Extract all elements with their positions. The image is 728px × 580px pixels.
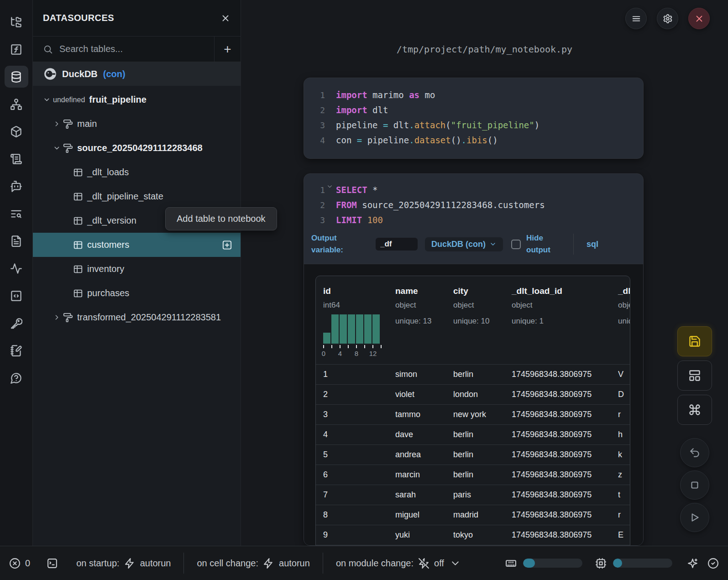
column-header-id[interactable]: idint6404812 [316,286,395,358]
column-header-_dlt_load_id[interactable]: _dlt_load_idobjectunique: 1 [512,286,618,358]
table-cell: paris [453,490,512,500]
on-startup-toggle[interactable]: on startup: autorun [76,558,171,569]
terminal-button[interactable] [47,558,58,569]
column-header-_dlt_id[interactable]: _dlt_idobjectunique: 13 [618,286,630,358]
stop-button[interactable] [680,470,709,500]
tree-item-label: main [77,119,97,129]
sql-cell: 1SELECT *2FROM source_202504291112283468… [304,173,644,546]
tree-item-purchases[interactable]: purchases [33,281,241,305]
rail-button-folder-tree[interactable] [5,11,28,33]
undo-icon [689,447,701,459]
fold-chevron-icon[interactable] [327,183,333,189]
tree-item-source_202504291112283468[interactable]: source_202504291112283468 [33,136,241,160]
line-number: 3 [310,213,325,228]
statusbar-divider [323,553,323,574]
layout-button[interactable] [677,361,712,391]
tree-item-_dlt_loads[interactable]: _dlt_loads [33,160,241,184]
language-badge[interactable]: sql [587,240,598,249]
zap-icon [263,558,274,569]
memory-gauge-fill [523,559,535,568]
column-header-city[interactable]: cityobjectunique: 10 [453,286,512,358]
line-number: 3 [310,118,325,133]
table-cell: 1745968348.3806975 [512,450,618,460]
rail-button-scroll-text[interactable] [5,148,28,170]
tree-item-inventory[interactable]: inventory [33,257,241,281]
undo-button[interactable] [680,438,709,467]
table-cell: k [618,450,630,460]
engine-select[interactable]: DuckDB (con) [425,237,503,251]
run-button[interactable] [680,503,709,532]
tree-item-transformed_202504291112283581[interactable]: transformed_202504291112283581 [33,305,241,329]
notebook-main: /tmp/project/path/my_notebook.py 1import… [241,0,728,546]
chevron-right-icon[interactable] [51,314,62,321]
chevron-down-icon[interactable] [51,144,62,152]
rail-button-network[interactable] [5,93,28,115]
rail-button-text-search[interactable] [5,203,28,225]
table-cell: 1745968348.3806975 [512,390,618,399]
tree-item-main[interactable]: main [33,112,241,136]
code-line[interactable]: 4con = pipeline.dataset().ibis() [304,133,643,148]
duckdb-logo-icon [44,68,57,80]
connection-row[interactable]: DuckDB (con) [33,62,241,86]
layout-panel-icon [688,369,701,382]
ai-sparkles-icon[interactable] [687,558,698,569]
search-box[interactable] [33,37,214,62]
rail-button-box[interactable] [5,120,28,142]
code-line[interactable]: 3LIMIT 100 [304,213,643,228]
code-line[interactable]: 2import dlt [304,103,643,118]
tree-item-fruit_pipeline[interactable]: undefinedfruit_pipeline [33,88,241,112]
code-line[interactable]: 2FROM source_202504291112283468.customer… [304,198,643,213]
table-cell: D [618,390,630,399]
add-table-to-notebook-button[interactable] [222,240,232,250]
on-module-change-toggle[interactable]: on module change: off [336,558,461,569]
on-cell-change-toggle[interactable]: on cell change: autorun [197,558,309,569]
rail-button-activity[interactable] [5,257,28,279]
table-cell: 9 [316,530,395,540]
tree-item-customers[interactable]: customers [33,233,241,257]
table-cell: new york [453,410,512,419]
chevron-right-icon[interactable] [51,120,62,128]
rail-button-bot-message[interactable] [5,175,28,197]
chevron-down-icon[interactable] [41,96,52,104]
connection-name: DuckDB [62,69,98,79]
code-line[interactable]: 3pipeline = dlt.attach("fruit_pipeline") [304,118,643,133]
id-histogram: 04812 [323,314,382,358]
menu-button[interactable] [625,8,647,29]
memory-gauge [523,559,582,568]
settings-button[interactable] [657,8,678,29]
rail-button-file-text[interactable] [5,230,28,252]
keyboard-shortcuts-button[interactable] [677,395,712,425]
connected-check-icon[interactable] [707,558,719,569]
search-input[interactable] [59,44,187,54]
hide-output-checkbox[interactable] [511,240,521,249]
output-variable-input[interactable] [376,238,418,251]
code-line[interactable]: 1import marimo as mo [304,88,643,103]
on-module-change-value: off [434,558,444,569]
on-startup-value: autorun [140,558,171,569]
tree-item-_dlt_pipeline_state[interactable]: _dlt_pipeline_state [33,184,241,209]
rail-button-database[interactable] [5,66,28,88]
save-button[interactable] [677,326,712,356]
rail-button-key[interactable] [5,312,28,334]
errors-indicator[interactable]: 0 [9,558,30,569]
zap-off-icon [418,558,429,569]
search-row: + [33,37,241,62]
code-line[interactable]: 1SELECT * [304,183,643,198]
python-cell[interactable]: 1import marimo as mo2import dlt3pipeline… [304,78,644,159]
database-icon: undefined [53,96,85,104]
rail-button-square-function[interactable] [5,38,28,60]
schema-icon [63,143,73,153]
table-row: 5andreaberlin1745968348.3806975k [316,444,630,465]
notebook-path: /tmp/project/path/my_notebook.py [241,44,728,55]
table-cell: 1745968348.3806975 [512,470,618,480]
shutdown-button[interactable] [688,8,710,29]
rail-button-help-circle[interactable] [5,367,28,389]
column-header-name[interactable]: nameobjectunique: 13 [395,286,453,358]
add-datasource-button[interactable]: + [214,37,241,62]
rail-button-square-code[interactable] [5,285,28,307]
on-startup-label: on startup: [76,558,120,569]
sql-editor[interactable]: 1SELECT *2FROM source_202504291112283468… [304,174,643,228]
table-cell: h [618,430,630,439]
rail-button-notebook-pen[interactable] [5,340,28,361]
close-panel-icon[interactable] [220,13,230,23]
